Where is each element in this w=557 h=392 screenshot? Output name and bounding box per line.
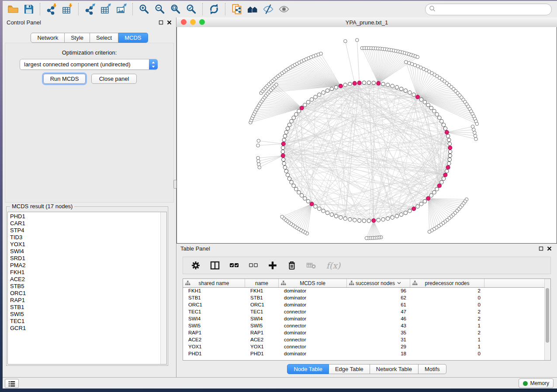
mcds-result-item[interactable]: FKH1 <box>10 269 161 276</box>
table-scrollbar[interactable] <box>544 279 550 360</box>
mcds-result-item[interactable]: PHD1 <box>10 213 161 220</box>
search-input[interactable] <box>438 6 548 13</box>
mcds-result-item[interactable]: TID3 <box>10 234 161 241</box>
delete-table-button[interactable] <box>305 260 317 271</box>
memory-button[interactable]: Memory <box>519 378 554 388</box>
table-row[interactable]: ORC1ORC1dominator610 <box>183 302 545 309</box>
table-row[interactable]: ACE2ACE2connector311 <box>183 337 545 344</box>
mcds-result-item[interactable]: ACE2 <box>10 276 161 283</box>
select-all-button[interactable] <box>228 260 240 271</box>
maximize-window-icon[interactable] <box>199 19 205 25</box>
table-cell: ACE2 <box>245 337 279 344</box>
mcds-result-item[interactable]: CAR1 <box>10 220 161 227</box>
add-column-button[interactable] <box>267 260 278 271</box>
show-all-button[interactable] <box>276 2 292 16</box>
first-neighbors-button[interactable] <box>245 2 260 16</box>
table-panel-header: Table Panel <box>176 244 557 253</box>
apply-layout-button[interactable] <box>206 2 222 16</box>
float-panel-icon[interactable] <box>158 19 164 25</box>
search-box[interactable] <box>425 3 552 15</box>
mcds-result-item[interactable]: STP4 <box>10 227 161 234</box>
mcds-result-item[interactable]: GCR1 <box>10 325 161 332</box>
table-row[interactable]: SWI5SWI5connector431 <box>183 323 545 330</box>
close-table-panel-icon[interactable] <box>546 245 552 251</box>
tab-style[interactable]: Style <box>65 33 90 43</box>
column-header-successor-nodes[interactable]: successor nodes <box>347 279 410 287</box>
table-scrollbar-thumb[interactable] <box>546 288 549 343</box>
table-row[interactable]: PHD1PHD1dominator180 <box>183 351 545 358</box>
toolbar-separator <box>225 3 226 15</box>
save-session-button[interactable] <box>21 2 37 16</box>
status-bar: Memory <box>3 377 557 389</box>
task-history-button[interactable] <box>5 379 19 388</box>
mcds-result-item[interactable]: RAP1 <box>10 297 161 304</box>
tab-node-table[interactable]: Node Table <box>287 364 329 374</box>
function-builder-button[interactable]: f(x) <box>325 260 342 271</box>
float-table-panel-icon[interactable] <box>538 245 544 251</box>
column-header-MCDS-role[interactable]: MCDS role <box>279 279 347 287</box>
export-image-button[interactable] <box>114 2 129 16</box>
hide-selected-button[interactable] <box>260 2 276 16</box>
table-row[interactable]: SWI4SWI4dominator462 <box>183 316 545 323</box>
table-row[interactable]: STB1STB1dominator620 <box>183 295 545 302</box>
toolbar-separator <box>78 3 79 15</box>
table-cell: 0 <box>410 302 484 309</box>
tab-mcds[interactable]: MCDS <box>118 33 148 43</box>
zoom-selected-button[interactable] <box>183 2 199 16</box>
zoom-out-button[interactable] <box>152 2 168 16</box>
column-layout-button[interactable] <box>209 260 221 271</box>
mcds-result-item[interactable]: STB1 <box>10 304 161 311</box>
network-view-panel: YPA_prune.txt_1 <box>176 17 557 244</box>
mcds-result-item[interactable]: YOX1 <box>10 241 161 248</box>
close-panel-icon[interactable] <box>166 19 172 25</box>
save-session-icon <box>23 3 35 15</box>
mcds-result-item[interactable]: TEC1 <box>10 318 161 325</box>
mcds-result-item[interactable]: SWI4 <box>10 248 161 255</box>
gear-button[interactable] <box>190 260 201 271</box>
zoom-fit-button[interactable] <box>168 2 183 16</box>
table-cell: PHD1 <box>183 351 245 358</box>
toolbar-icons <box>5 2 292 16</box>
import-table-button[interactable] <box>59 2 75 16</box>
column-header-predecessor-nodes[interactable]: predecessor nodes <box>410 279 484 287</box>
mcds-result-list[interactable]: PHD1CAR1STP4TID3YOX1SWI4SRD1PMA2FKH1ACE2… <box>7 212 167 364</box>
mcds-buttons-row: Run MCDS Close panel <box>5 74 173 84</box>
mcds-result-item[interactable]: STB5 <box>10 283 161 290</box>
mcds-list-scrollbar[interactable] <box>160 212 166 364</box>
deselect-all-button[interactable] <box>248 260 259 271</box>
tab-edge-table[interactable]: Edge Table <box>329 364 370 374</box>
tab-network[interactable]: Network <box>31 33 65 43</box>
table-row[interactable]: YOX1YOX1connector291 <box>183 344 545 351</box>
table-cell: 2 <box>410 309 484 316</box>
mcds-result-item[interactable]: ORC1 <box>10 290 161 297</box>
export-network-button[interactable] <box>82 2 98 16</box>
tab-select[interactable]: Select <box>90 33 118 43</box>
run-mcds-button[interactable]: Run MCDS <box>43 74 86 84</box>
table-cell: 31 <box>347 337 410 344</box>
network-window-titlebar[interactable]: YPA_prune.txt_1 <box>176 17 557 28</box>
mcds-result-item[interactable]: PMA2 <box>10 262 161 269</box>
table-row[interactable]: FKH1FKH1dominator962 <box>183 288 545 295</box>
export-table-button[interactable] <box>98 2 114 16</box>
import-network-button[interactable] <box>44 2 59 16</box>
zoom-in-button[interactable] <box>136 2 152 16</box>
mcds-result-item[interactable]: SWI5 <box>10 311 161 318</box>
column-header-name[interactable]: name <box>245 279 279 287</box>
open-file-button[interactable] <box>5 2 21 16</box>
column-header-shared-name[interactable]: shared name <box>183 279 245 287</box>
mcds-result-item[interactable]: SRD1 <box>10 255 161 262</box>
close-panel-button[interactable]: Close panel <box>91 74 137 84</box>
combo-stepper-icon <box>149 59 158 69</box>
table-row[interactable]: RAP1RAP1dominator352 <box>183 330 545 337</box>
table-row[interactable]: TEC1TEC1connector472 <box>183 309 545 316</box>
table-cell: ORC1 <box>183 302 245 309</box>
new-network-from-selection-button[interactable] <box>229 2 245 16</box>
minimize-window-icon[interactable] <box>190 19 196 25</box>
memory-status-icon <box>523 381 528 386</box>
tab-network-table[interactable]: Network Table <box>370 364 419 374</box>
delete-column-button[interactable] <box>286 260 298 271</box>
close-window-icon[interactable] <box>181 19 187 25</box>
optimization-criterion-select[interactable]: largest connected component (undirected) <box>20 59 158 70</box>
network-canvas[interactable] <box>176 27 557 244</box>
tab-motifs[interactable]: Motifs <box>419 364 446 374</box>
